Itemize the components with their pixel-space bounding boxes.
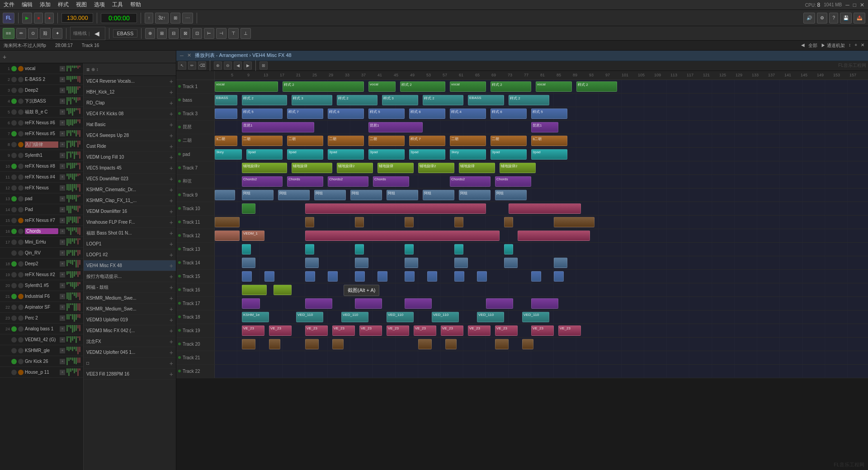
cs-solo-27[interactable] [18,359,24,364]
track-clips-21[interactable] [215,365,868,378]
cs-add-22[interactable]: + [60,305,65,310]
cs-add-2[interactable]: + [60,88,65,93]
cs-name-0[interactable]: vocal [25,66,58,71]
cs-solo-20[interactable] [18,283,24,288]
clip-t10-c6[interactable] [554,217,594,227]
cs-name-21[interactable]: Industrial F6 [25,294,58,299]
mix-btn8[interactable]: ⊤ [228,28,239,39]
clip-t17-c2[interactable]: VED_110 [341,312,368,322]
clip-t17-c5[interactable]: VED_110 [477,312,504,322]
pi-add-10[interactable]: + [170,186,173,193]
clip-t14-c3[interactable] [328,271,338,282]
track-clips-1[interactable]: EBASS样式 2样式 3样式 2样式 3样式 2EBASS样式 2 [215,94,868,107]
arr-snap[interactable]: ⊞ [259,61,268,70]
clip-t4-c6[interactable]: 二胡 [450,136,486,146]
track-clips-10[interactable] [215,216,868,229]
clip-t14-c10[interactable] [531,271,541,282]
channel-strip-23[interactable]: 23 Perc 2 + [0,313,83,324]
pi-add-9[interactable]: + [170,175,173,183]
pi-add-14[interactable]: + [170,230,173,237]
cs-name-2[interactable]: Deep2 [25,88,58,93]
menu-add[interactable]: 添加 [40,1,51,9]
cs-mute-0[interactable] [11,66,17,71]
clip-t5-c5[interactable]: 3pad [409,149,445,160]
cs-add-17[interactable]: + [60,250,65,256]
clip-t14-c11[interactable] [554,271,564,282]
mix-btn6[interactable]: ⊢ [204,28,214,39]
clip-t0-c6[interactable]: vocal [536,81,572,92]
pi-add-7[interactable]: + [170,154,173,161]
channel-strip-20[interactable]: 20 Sylenth1 #5 + [0,280,83,291]
menu-help[interactable]: 帮助 [130,1,141,9]
cs-name-8[interactable]: Sylenth1 [25,153,58,158]
pattern-item-4[interactable]: Hat Basic + [84,119,176,130]
clip-t17-c1[interactable]: VED_110 [296,312,323,322]
channel-strip-2[interactable]: 3 Deep2 + [0,85,83,96]
win-maximize[interactable]: □ [853,2,856,8]
pattern-item-17[interactable]: VEH4 Misc FX 48 + [84,260,176,271]
clip-t5-c0[interactable]: 3key [215,149,242,160]
cs-name-17[interactable]: Qin_RV [25,250,58,255]
cs-add-4[interactable]: + [60,109,65,115]
clip-t6-c1[interactable]: 铺地旋律 [292,163,332,173]
clip-t6-c3[interactable]: 铺地旋律 [377,163,414,173]
cs-name-19[interactable]: reFX Nexus #2 [25,272,58,277]
clip-t4-c4[interactable]: 二胡 [368,136,405,146]
pattern-mode[interactable]: ≡≡ [3,28,14,39]
track-clips-17[interactable]: KSHM_1eVED_110VED_110VED_110VED_110VED_1… [215,310,868,324]
track-clips-2[interactable]: 样式 5样式 7样式 6样式 5样式 6样式 4样式 6样式 5 [215,107,868,120]
clip-t8-c3[interactable]: 阿组 [314,190,346,200]
cs-mute-7[interactable] [11,142,17,147]
clip-t17-c6[interactable]: VED_110 [522,312,549,322]
cs-solo-9[interactable] [18,164,24,169]
cs-add-3[interactable]: + [60,99,65,104]
clip-t8-c7[interactable]: 阿组 [459,190,491,200]
clip-t13-c0[interactable] [242,258,255,268]
track-clips-12[interactable] [215,243,868,256]
clip-t2-c5[interactable]: 样式 6 [409,108,445,119]
cs-name-18[interactable]: Deep2 [25,261,58,266]
clip-t7-c5[interactable]: Chords [495,176,531,187]
cs-mute-16[interactable] [11,240,17,245]
pattern-item-27[interactable]: VEE3 Fill 1288PM 16 + [84,369,176,380]
clip-t14-c0[interactable] [242,271,252,282]
cs-name-14[interactable]: reFX Nexus #7 [25,218,58,223]
clip-t16-c1[interactable] [305,298,332,309]
arr-win-minimize[interactable]: ─ [180,53,184,58]
clip-t14-c5[interactable] [377,271,387,282]
cs-name-27[interactable]: Grv Kick 26 [25,359,58,364]
clip-t18-c5[interactable]: VE_23 [387,325,409,336]
clip-t19-c4[interactable] [418,339,432,349]
pi-add-2[interactable]: + [170,99,173,107]
pi-add-15[interactable]: + [170,240,173,248]
cs-name-20[interactable]: Sylenth1 #5 [25,283,58,288]
cs-solo-25[interactable] [18,337,24,343]
clip-t8-c4[interactable]: 阿组 [350,190,382,200]
clip-t2-c0[interactable] [215,108,237,119]
clip-t18-c4[interactable]: VE_23 [359,325,382,336]
channel-strip-13[interactable]: 14 Pad + [0,204,83,215]
track-clips-18[interactable]: VE_23VE_23VE_23VE_23VE_23VE_23VE_23VE_23… [215,324,868,337]
cs-add-15[interactable]: + [60,229,65,234]
clip-t0-c3[interactable]: 样式 2 [400,81,445,92]
pattern-item-18[interactable]: 按打方电话提示... + [84,271,176,282]
clip-t4-c5[interactable]: 样式 7 [409,136,445,146]
clip-t14-c6[interactable] [405,271,415,282]
clip-t5-c1[interactable]: 3pad [246,149,283,160]
clip-t1-c3[interactable]: 样式 2 [337,95,377,105]
cs-solo-26[interactable] [18,348,24,353]
arr-tool-pencil[interactable]: ✏ [188,61,196,70]
pattern-item-15[interactable]: LOOP1 + [84,239,176,249]
clip-t19-c7[interactable] [522,339,533,349]
clip-t0-c0[interactable]: vocal [215,81,278,92]
pi-add-6[interactable]: + [170,143,173,150]
pattern-item-19[interactable]: 阿福 - 鼓组 + [84,282,176,293]
cs-mute-17[interactable] [11,250,17,256]
cs-solo-19[interactable] [18,272,24,277]
pattern-item-8[interactable]: VEC5 Impacts 45 + [84,163,176,174]
clip-t10-c4[interactable] [454,217,463,227]
cs-name-3[interactable]: 下沉BASS [25,98,58,104]
cs-name-7[interactable]: 入门级律 [25,141,58,148]
pattern-item-13[interactable]: Vinahouse FLP Free F... + [84,217,176,228]
clip-t11-c0[interactable] [215,230,240,241]
